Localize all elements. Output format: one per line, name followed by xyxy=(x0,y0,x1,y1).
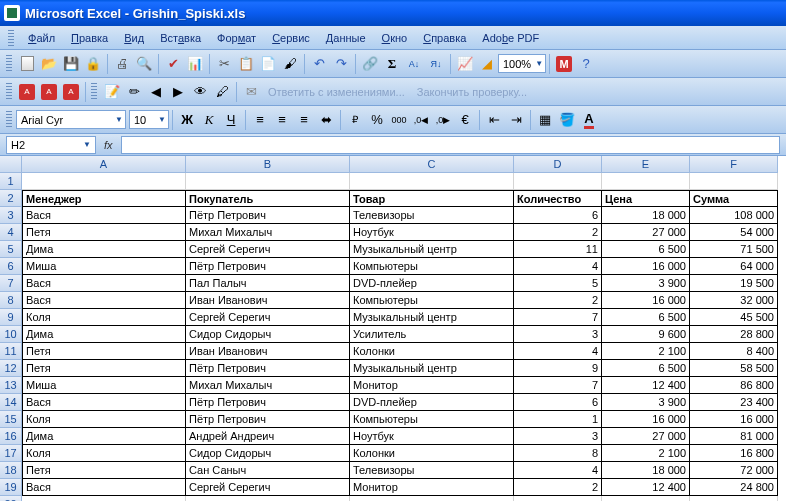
header-cell[interactable]: Товар xyxy=(350,190,514,207)
data-cell[interactable]: Дима xyxy=(22,241,186,258)
data-cell[interactable]: 11 xyxy=(514,241,602,258)
data-cell[interactable]: Пётр Петрович xyxy=(186,360,350,377)
cell[interactable] xyxy=(22,173,186,190)
pdf-email-button[interactable]: A xyxy=(38,81,60,103)
data-cell[interactable]: Телевизоры xyxy=(350,462,514,479)
data-cell[interactable]: Музыкальный центр xyxy=(350,241,514,258)
data-cell[interactable]: 3 900 xyxy=(602,394,690,411)
column-header[interactable]: B xyxy=(186,156,350,173)
data-cell[interactable]: 23 400 xyxy=(690,394,778,411)
pdf-convert-button[interactable]: A xyxy=(16,81,38,103)
cell[interactable] xyxy=(690,496,778,501)
data-cell[interactable]: 54 000 xyxy=(690,224,778,241)
data-cell[interactable]: Иван Иванович xyxy=(186,292,350,309)
data-cell[interactable]: 9 xyxy=(514,360,602,377)
data-cell[interactable]: Миша xyxy=(22,377,186,394)
data-cell[interactable]: Колонки xyxy=(350,445,514,462)
spelling-button[interactable]: ✔ xyxy=(162,53,184,75)
header-cell[interactable]: Сумма xyxy=(690,190,778,207)
decrease-decimal-button[interactable]: ,0▶ xyxy=(432,109,454,131)
data-cell[interactable]: 8 xyxy=(514,445,602,462)
row-header[interactable]: 2 xyxy=(0,190,22,207)
data-cell[interactable]: 6 xyxy=(514,394,602,411)
data-cell[interactable]: 2 xyxy=(514,479,602,496)
comment-show-button[interactable]: 👁 xyxy=(189,81,211,103)
drawing-button[interactable]: ◢ xyxy=(476,53,498,75)
row-header[interactable]: 9 xyxy=(0,309,22,326)
undo-button[interactable]: ↶ xyxy=(308,53,330,75)
data-cell[interactable]: Коля xyxy=(22,309,186,326)
font-size-combo[interactable]: 10▼ xyxy=(129,110,169,129)
pdf-review-button[interactable]: A xyxy=(60,81,82,103)
increase-indent-button[interactable]: ⇥ xyxy=(505,109,527,131)
row-header[interactable]: 12 xyxy=(0,360,22,377)
cell[interactable] xyxy=(22,496,186,501)
data-cell[interactable]: 2 100 xyxy=(602,343,690,360)
redo-button[interactable]: ↷ xyxy=(330,53,352,75)
data-cell[interactable]: Пал Палыч xyxy=(186,275,350,292)
data-cell[interactable]: Компьютеры xyxy=(350,411,514,428)
header-cell[interactable]: Менеджер xyxy=(22,190,186,207)
row-header[interactable]: 18 xyxy=(0,462,22,479)
macro-button[interactable]: M xyxy=(553,53,575,75)
data-cell[interactable]: Компьютеры xyxy=(350,258,514,275)
data-cell[interactable]: 18 000 xyxy=(602,207,690,224)
grip-icon[interactable] xyxy=(8,30,14,46)
row-header[interactable]: 1 xyxy=(0,173,22,190)
comment-edit-button[interactable]: ✏ xyxy=(123,81,145,103)
row-header[interactable]: 3 xyxy=(0,207,22,224)
data-cell[interactable]: Сидор Сидорыч xyxy=(186,326,350,343)
font-color-button[interactable]: A xyxy=(578,109,600,131)
data-cell[interactable]: Монитор xyxy=(350,479,514,496)
row-header[interactable]: 11 xyxy=(0,343,22,360)
data-cell[interactable]: Андрей Андреич xyxy=(186,428,350,445)
data-cell[interactable]: 58 500 xyxy=(690,360,778,377)
grip-icon[interactable] xyxy=(6,111,12,129)
sort-asc-button[interactable]: А↓ xyxy=(403,53,425,75)
data-cell[interactable]: 2 xyxy=(514,224,602,241)
cell[interactable] xyxy=(602,496,690,501)
euro-button[interactable]: € xyxy=(454,109,476,131)
data-cell[interactable]: Вася xyxy=(22,479,186,496)
row-header[interactable]: 8 xyxy=(0,292,22,309)
data-cell[interactable]: Компьютеры xyxy=(350,292,514,309)
row-header[interactable]: 6 xyxy=(0,258,22,275)
data-cell[interactable]: Музыкальный центр xyxy=(350,309,514,326)
data-cell[interactable]: Усилитель xyxy=(350,326,514,343)
data-cell[interactable]: 16 000 xyxy=(602,258,690,275)
column-header[interactable]: C xyxy=(350,156,514,173)
data-cell[interactable]: Михал Михалыч xyxy=(186,224,350,241)
data-cell[interactable]: Ноутбук xyxy=(350,428,514,445)
grip-icon[interactable] xyxy=(6,55,12,73)
column-header[interactable]: A xyxy=(22,156,186,173)
column-header[interactable]: D xyxy=(514,156,602,173)
data-cell[interactable]: Пётр Петрович xyxy=(186,258,350,275)
data-cell[interactable]: Пётр Петрович xyxy=(186,207,350,224)
menu-edit[interactable]: Правка xyxy=(63,29,116,47)
menu-file[interactable]: Файл xyxy=(20,29,63,47)
data-cell[interactable]: Петя xyxy=(22,360,186,377)
data-cell[interactable]: 18 000 xyxy=(602,462,690,479)
data-cell[interactable]: Пётр Петрович xyxy=(186,394,350,411)
row-header[interactable]: 10 xyxy=(0,326,22,343)
data-cell[interactable]: 1 xyxy=(514,411,602,428)
cell[interactable] xyxy=(186,173,350,190)
format-painter-button[interactable]: 🖌 xyxy=(279,53,301,75)
menu-help[interactable]: Справка xyxy=(415,29,474,47)
chart-button[interactable]: 📈 xyxy=(454,53,476,75)
data-cell[interactable]: 12 400 xyxy=(602,479,690,496)
column-header[interactable]: F xyxy=(690,156,778,173)
data-cell[interactable]: 16 000 xyxy=(690,411,778,428)
permission-button[interactable]: 🔒 xyxy=(82,53,104,75)
underline-button[interactable]: Ч xyxy=(220,109,242,131)
data-cell[interactable]: Михал Михалыч xyxy=(186,377,350,394)
data-cell[interactable]: Вася xyxy=(22,394,186,411)
data-cell[interactable]: 12 400 xyxy=(602,377,690,394)
cell[interactable] xyxy=(602,173,690,190)
cell[interactable] xyxy=(690,173,778,190)
cell[interactable] xyxy=(186,496,350,501)
send-mail-button[interactable]: ✉ xyxy=(240,81,262,103)
row-header[interactable]: 5 xyxy=(0,241,22,258)
cut-button[interactable]: ✂ xyxy=(213,53,235,75)
italic-button[interactable]: К xyxy=(198,109,220,131)
